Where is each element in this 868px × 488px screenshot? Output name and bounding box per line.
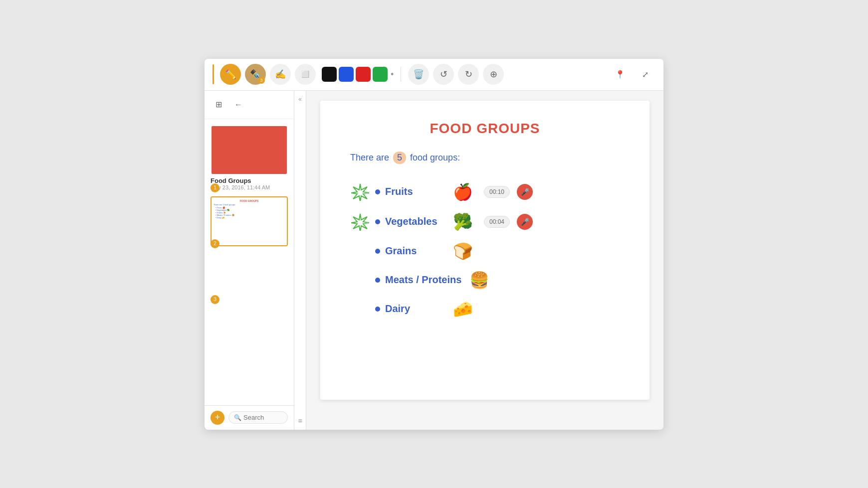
food-name-grains: Grains bbox=[385, 245, 445, 257]
marker-icon: ✍️ bbox=[275, 69, 286, 80]
undo-icon: ↺ bbox=[440, 69, 447, 80]
app-container: ✏️ ✒️ 3 ✍️ ◻️ • 🗑️ bbox=[205, 59, 663, 430]
slide-1-thumbnail bbox=[212, 126, 287, 174]
collapse-sidebar-button[interactable]: « bbox=[298, 96, 302, 103]
expand-button[interactable]: ⤢ bbox=[635, 64, 655, 85]
expand-icon: ⤢ bbox=[642, 70, 649, 79]
slides-list: Food Groups May 23, 2016, 11:44 AM 1 FOO… bbox=[205, 119, 294, 405]
star-doodle-vegetables bbox=[350, 212, 370, 232]
food-item-fruits: Fruits 🍎 00:10 🎤 bbox=[350, 182, 620, 202]
menu-lines-icon: ≡ bbox=[298, 417, 302, 425]
mic-icon-vegetables: 🎤 bbox=[521, 218, 529, 226]
pencil-tool-button[interactable]: ✏️ bbox=[220, 64, 241, 85]
mic-button-vegetables[interactable]: 🎤 bbox=[517, 214, 533, 230]
color-palette: • bbox=[322, 67, 394, 82]
color-red-button[interactable] bbox=[356, 67, 371, 82]
search-icon: 🔍 bbox=[234, 414, 241, 421]
slide-1-meta: Food Groups May 23, 2016, 11:44 AM bbox=[211, 177, 288, 190]
grid-icon: ⊞ bbox=[216, 100, 222, 109]
bullet-dot-grains bbox=[375, 249, 380, 254]
subtitle-prefix: There are bbox=[350, 153, 389, 163]
chevron-left-icon: « bbox=[298, 96, 302, 103]
toolbar-separator bbox=[401, 67, 401, 82]
redo-icon: ↻ bbox=[465, 69, 472, 80]
color-green-button[interactable] bbox=[373, 67, 388, 82]
color-blue-button[interactable] bbox=[339, 67, 354, 82]
slide-1-date: May 23, 2016, 11:44 AM bbox=[211, 184, 288, 190]
toolbar: ✏️ ✒️ 3 ✍️ ◻️ • 🗑️ bbox=[205, 59, 663, 91]
timer-fruits: 00:10 bbox=[484, 186, 510, 198]
food-name-meats: Meats / Proteins bbox=[385, 274, 461, 286]
location-icon: 📍 bbox=[615, 70, 625, 79]
star-doodle-fruits bbox=[350, 182, 370, 202]
slide-canvas: FOOD GROUPS There are 5 food groups: bbox=[320, 101, 650, 400]
grid-view-button[interactable]: ⊞ bbox=[211, 97, 226, 113]
add-slide-button[interactable]: + bbox=[211, 411, 224, 425]
food-emoji-fruits: 🍎 bbox=[453, 182, 473, 201]
back-arrow-icon: ← bbox=[234, 100, 242, 109]
add-element-button[interactable]: ⊕ bbox=[483, 64, 504, 85]
mic-button-fruits[interactable]: 🎤 bbox=[517, 184, 533, 200]
pen-tool-button[interactable]: ✒️ 3 bbox=[245, 64, 266, 85]
search-box: 🔍 bbox=[228, 411, 288, 424]
food-list: Fruits 🍎 00:10 🎤 bbox=[350, 182, 620, 319]
toolbar-right: 📍 ⤢ bbox=[610, 64, 655, 85]
food-name-vegetables: Vegetables bbox=[385, 216, 445, 227]
pen-badge: 3 bbox=[258, 77, 265, 84]
color-black-button[interactable] bbox=[322, 67, 337, 82]
bullet-dot-meats bbox=[375, 278, 380, 283]
add-icon: ⊕ bbox=[490, 69, 497, 80]
pencil-icon: ✏️ bbox=[225, 69, 236, 80]
sidebar: ⊞ ← Food Groups May 23, 2016, 11:44 AM bbox=[205, 91, 294, 430]
bullet-dot-vegetables bbox=[375, 219, 380, 224]
back-button[interactable]: ← bbox=[230, 97, 246, 113]
main-layout: ⊞ ← Food Groups May 23, 2016, 11:44 AM bbox=[205, 91, 663, 430]
eraser-icon: ◻️ bbox=[300, 69, 311, 80]
slide-heading: FOOD GROUPS bbox=[350, 121, 620, 137]
slide-3-number: 3 bbox=[211, 295, 219, 304]
marker-tool-button[interactable]: ✍️ bbox=[270, 64, 291, 85]
highlighted-number: 5 bbox=[393, 152, 406, 164]
bullet-dot-fruits bbox=[375, 189, 380, 194]
toolbar-divider bbox=[213, 64, 214, 84]
collapse-panel: « ≡ bbox=[294, 91, 306, 430]
slide-item-1[interactable]: Food Groups May 23, 2016, 11:44 AM 1 bbox=[211, 125, 288, 190]
mic-icon-fruits: 🎤 bbox=[521, 188, 529, 196]
location-button[interactable]: 📍 bbox=[610, 64, 631, 85]
delete-tool-button[interactable]: 🗑️ bbox=[408, 64, 429, 85]
sidebar-bottom: + 🔍 bbox=[205, 405, 294, 430]
slide-1-title: Food Groups bbox=[211, 177, 288, 184]
slide-3-thumbnail bbox=[212, 253, 287, 301]
slide-item-2[interactable]: FOOD GROUPS There are 5 food groups: • F… bbox=[211, 196, 288, 246]
slide-2-number: 2 bbox=[211, 239, 219, 248]
undo-button[interactable]: ↺ bbox=[433, 64, 454, 85]
search-input[interactable] bbox=[243, 414, 282, 421]
color-more-indicator: • bbox=[391, 69, 394, 80]
food-emoji-grains: 🍞 bbox=[453, 242, 473, 261]
trash-icon: 🗑️ bbox=[413, 69, 424, 80]
sidebar-top: ⊞ ← bbox=[205, 91, 294, 119]
food-item-meats: Meats / Proteins 🍔 bbox=[350, 271, 620, 290]
eraser-tool-button[interactable]: ◻️ bbox=[295, 64, 316, 85]
slide-2-thumbnail: FOOD GROUPS There are 5 food groups: • F… bbox=[212, 197, 287, 245]
food-emoji-vegetables: 🥦 bbox=[453, 212, 473, 231]
subtitle-suffix: food groups: bbox=[410, 153, 460, 163]
subtitle-row: There are 5 food groups: bbox=[350, 152, 620, 164]
plus-icon: + bbox=[215, 412, 220, 423]
panel-menu-button[interactable]: ≡ bbox=[298, 417, 302, 425]
bullet-dot-dairy bbox=[375, 307, 380, 312]
canvas-area: FOOD GROUPS There are 5 food groups: bbox=[306, 91, 663, 430]
slide-item-3[interactable]: 3 bbox=[211, 252, 288, 302]
timer-vegetables: 00:04 bbox=[484, 216, 510, 228]
food-name-dairy: Dairy bbox=[385, 303, 445, 315]
food-emoji-dairy: 🧀 bbox=[453, 300, 473, 319]
food-name-fruits: Fruits bbox=[385, 186, 445, 197]
food-item-vegetables: Vegetables 🥦 00:04 🎤 bbox=[350, 212, 620, 232]
slide-1-number: 1 bbox=[211, 183, 219, 192]
redo-button[interactable]: ↻ bbox=[458, 64, 479, 85]
food-item-grains: Grains 🍞 bbox=[350, 242, 620, 261]
food-item-dairy: Dairy 🧀 bbox=[350, 300, 620, 319]
food-emoji-meats: 🍔 bbox=[469, 271, 489, 290]
